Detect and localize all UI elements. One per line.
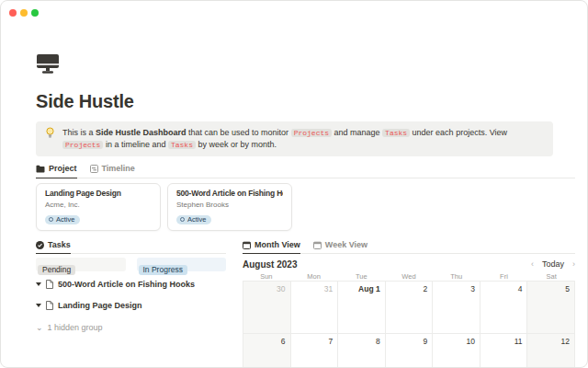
calendar-cell[interactable]: 8	[338, 334, 386, 368]
dow-label: Mon	[290, 272, 338, 281]
folder-icon	[36, 165, 45, 173]
calendar-cell[interactable]: 4	[481, 282, 528, 333]
tab-week-view[interactable]: Week View	[313, 240, 368, 253]
calendar-cell[interactable]: 7	[291, 334, 339, 368]
callout-segment: Side Hustle Dashboard	[96, 128, 187, 137]
chevron-right-icon[interactable]: ›	[572, 259, 575, 269]
card-client: Stephen Brooks	[176, 201, 283, 209]
callout-segment: that can be used to monitor	[187, 128, 291, 137]
tab-month-view[interactable]: Month View	[243, 240, 300, 254]
tab-label: Month View	[254, 240, 300, 249]
callout-text: This is a Side Hustle Dashboard that can…	[62, 127, 544, 151]
calendar-tabbar: Month View Week View	[243, 240, 575, 254]
window-controls	[9, 9, 39, 17]
group-label: In Progress	[139, 265, 187, 275]
project-cards: Landing Page Design Acme, Inc. Active 50…	[36, 183, 575, 231]
status-badge: Active	[176, 215, 211, 224]
triangle-down-icon[interactable]	[36, 304, 41, 307]
calendar-week-row: 6 7 8 9 10 11 12	[243, 334, 575, 368]
calendar-cell[interactable]: 5	[527, 282, 575, 333]
lightbulb-icon	[45, 127, 55, 139]
page-icon	[46, 301, 53, 310]
page-title: Side Hustle	[36, 90, 575, 112]
monitor-icon[interactable]	[36, 52, 60, 75]
app-window: Side Hustle This is a Side Hustle Dashbo…	[0, 0, 588, 368]
project-card[interactable]: 500-Word Article on Fishing Hooks Stephe…	[167, 183, 292, 231]
callout-segment: Tasks	[168, 141, 196, 149]
callout-segment: Projects	[62, 141, 103, 149]
tab-label: Tasks	[48, 240, 71, 249]
tasks-tabbar: Tasks	[36, 240, 226, 254]
tab-project[interactable]: Project	[36, 164, 77, 178]
today-button[interactable]: Today	[542, 259, 564, 269]
group-label: Pending	[38, 265, 75, 275]
calendar-cell[interactable]: 2	[386, 282, 434, 333]
day-of-week-header: Sun Mon Tue Wed Thu Fri Sat	[243, 272, 575, 281]
timeline-icon	[90, 165, 98, 173]
status-ring-icon	[49, 217, 53, 222]
tab-timeline[interactable]: Timeline	[90, 164, 135, 178]
calendar-header: August 2023 ‹ Today ›	[243, 258, 575, 270]
tab-label: Project	[49, 164, 77, 173]
callout-segment: Tasks	[382, 129, 410, 137]
status-ring-icon	[180, 217, 185, 222]
callout-segment: and manage	[332, 128, 382, 137]
calendar-cell[interactable]: 30	[243, 282, 291, 333]
hidden-group-toggle[interactable]: ⌄ 1 hidden group	[36, 323, 226, 332]
dow-label: Sat	[527, 272, 575, 281]
calendar-nav: ‹ Today ›	[531, 259, 575, 269]
calendar-icon	[243, 241, 251, 249]
tab-tasks[interactable]: Tasks	[36, 240, 71, 254]
task-group-row[interactable]: Landing Page Design	[36, 301, 226, 310]
triangle-down-icon[interactable]	[36, 282, 41, 286]
calendar-cell[interactable]: 9	[386, 334, 434, 368]
card-client: Acme, Inc.	[45, 201, 152, 209]
calendar-cell[interactable]: 12	[527, 334, 575, 368]
callout-segment: This is a	[62, 128, 96, 137]
dow-label: Thu	[433, 272, 481, 281]
calendar-icon	[313, 241, 322, 249]
status-badge: Active	[45, 215, 80, 224]
status-label: Active	[56, 216, 74, 224]
group-in-progress[interactable]: In Progress	[137, 258, 227, 271]
task-group-label: 500-Word Article on Fishing Hooks	[58, 280, 195, 289]
calendar-panel: Month View Week View August 2023	[243, 240, 575, 368]
chevron-down-icon: ⌄	[36, 324, 43, 331]
status-label: Active	[187, 216, 206, 224]
group-pending[interactable]: Pending	[36, 258, 126, 271]
task-group-label: Landing Page Design	[58, 301, 142, 310]
chevron-left-icon[interactable]: ‹	[531, 259, 534, 269]
project-tabbar: Project Timeline	[36, 164, 575, 178]
calendar-cell[interactable]: 31	[291, 282, 339, 333]
callout-segment: by week or by month.	[196, 140, 277, 149]
tasks-panel: Tasks Pending In Progress	[36, 240, 226, 368]
check-circle-icon	[36, 241, 44, 249]
callout-segment: in a timeline and	[103, 140, 168, 149]
calendar-week-row: 30 31 Aug 1 2 3 4 5	[243, 282, 575, 334]
tab-label: Week View	[325, 240, 368, 249]
board-group-headers: Pending In Progress	[36, 258, 226, 271]
card-title: 500-Word Article on Fishing Hooks	[176, 189, 283, 198]
callout: This is a Side Hustle Dashboard that can…	[36, 121, 553, 156]
close-button[interactable]	[9, 9, 17, 17]
zoom-button[interactable]	[31, 9, 39, 17]
project-card[interactable]: Landing Page Design Acme, Inc. Active	[36, 183, 161, 231]
callout-segment: under each projects. View	[410, 128, 507, 137]
dow-label: Wed	[385, 272, 433, 281]
card-title: Landing Page Design	[45, 189, 152, 198]
minimize-button[interactable]	[20, 9, 28, 17]
calendar-cell[interactable]: 11	[481, 334, 528, 368]
calendar-grid: 30 31 Aug 1 2 3 4 5 6 7 8 9 10 11	[243, 281, 575, 368]
tab-label: Timeline	[102, 164, 135, 173]
calendar-cell[interactable]: 6	[243, 334, 291, 368]
calendar-cell[interactable]: 3	[433, 282, 481, 333]
month-label: August 2023	[243, 259, 297, 270]
callout-segment: Projects	[291, 129, 332, 137]
calendar-cell[interactable]: 10	[433, 334, 481, 368]
task-group-row[interactable]: 500-Word Article on Fishing Hooks	[36, 280, 226, 289]
dow-label: Fri	[481, 272, 528, 281]
calendar-cell[interactable]: Aug 1	[338, 282, 386, 333]
page-icon	[46, 280, 53, 289]
hidden-group-label: 1 hidden group	[48, 323, 103, 332]
dow-label: Tue	[337, 272, 385, 281]
